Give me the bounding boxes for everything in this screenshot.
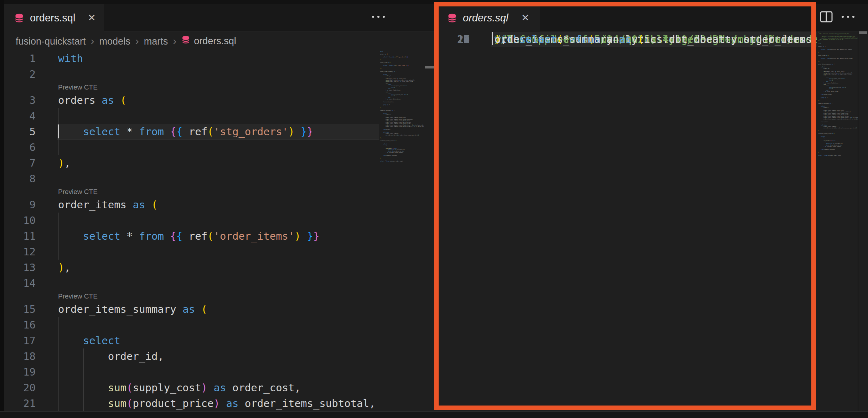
code-line[interactable]: ), bbox=[58, 155, 71, 171]
line-number: 19 bbox=[7, 364, 36, 380]
codelens-preview-cte[interactable]: Preview CTE bbox=[58, 82, 98, 92]
line-number: 8 bbox=[7, 171, 36, 187]
breadcrumb-folders: fusion-quickstart›models›marts› bbox=[16, 35, 181, 47]
line-number: 11 bbox=[7, 228, 36, 244]
line-number: 15 bbox=[7, 301, 36, 317]
chevron-right-icon: › bbox=[173, 35, 176, 47]
code-line[interactable]: order_items_summary as ( bbox=[58, 301, 207, 317]
text-cursor bbox=[58, 124, 59, 138]
code-line[interactable]: select * from {{ ref('order_items') }} bbox=[58, 228, 319, 244]
code-line[interactable]: orders as ( bbox=[58, 92, 126, 108]
right-overview-cursor-marker bbox=[859, 31, 867, 34]
chevron-right-icon: › bbox=[91, 35, 94, 47]
code-line[interactable]: order_items as ( bbox=[58, 197, 157, 213]
line-number: 17 bbox=[7, 333, 36, 348]
breadcrumb-item[interactable]: marts bbox=[144, 36, 168, 47]
code-line[interactable]: sum(product_price) as order_items_subtot… bbox=[58, 396, 376, 411]
tab-label: orders.sql bbox=[30, 4, 75, 32]
code-line[interactable]: select * from {{ ref('stg_orders') }} bbox=[58, 124, 313, 139]
breadcrumb-item-file[interactable]: orders.sql bbox=[194, 36, 236, 47]
code-line[interactable]: sum(supply_cost) as order_cost, bbox=[58, 380, 301, 396]
breadcrumb: fusion-quickstart›models›marts› orders.s… bbox=[4, 31, 435, 51]
line-number: 10 bbox=[7, 213, 36, 228]
line-number: 9 bbox=[7, 197, 36, 213]
line-number: 3 bbox=[7, 92, 36, 108]
line-number: 12 bbox=[7, 244, 36, 260]
right-minimap[interactable]: /* This file was automatically generated… bbox=[818, 32, 858, 159]
close-icon[interactable]: ✕ bbox=[88, 4, 96, 32]
line-number: 7 bbox=[7, 155, 36, 171]
code-line[interactable]: select bbox=[58, 333, 120, 348]
left-editor[interactable]: 1with2Preview CTE3orders as (45 select *… bbox=[4, 51, 379, 411]
line-number: 16 bbox=[7, 317, 36, 333]
line-number: 20 bbox=[7, 380, 36, 396]
line-number: 4 bbox=[7, 108, 36, 124]
code-line[interactable]: with bbox=[58, 51, 83, 66]
line-number: 2 bbox=[7, 66, 36, 82]
highlight-frame bbox=[434, 2, 816, 410]
codelens-preview-cte[interactable]: Preview CTE bbox=[58, 187, 98, 197]
more-actions-icon-right[interactable] bbox=[842, 16, 854, 18]
left-overview-cursor-marker bbox=[425, 66, 435, 68]
database-icon bbox=[14, 13, 24, 25]
line-number: 6 bbox=[7, 139, 36, 155]
database-icon bbox=[181, 35, 190, 47]
line-number: 18 bbox=[7, 348, 36, 364]
breadcrumb-item[interactable]: fusion-quickstart bbox=[16, 36, 86, 47]
line-number: 1 bbox=[7, 51, 36, 66]
left-minimap[interactable]: withorders as ( select * from {{ ref('st… bbox=[380, 51, 424, 165]
breadcrumb-item[interactable]: models bbox=[99, 36, 130, 47]
window-left-edge bbox=[0, 0, 4, 418]
split-editor-icon[interactable] bbox=[820, 11, 833, 24]
chevron-right-icon: › bbox=[135, 35, 139, 47]
right-scrollbar-divider bbox=[858, 32, 858, 411]
code-line[interactable]: ), bbox=[58, 260, 71, 275]
more-actions-icon-left[interactable] bbox=[372, 16, 385, 18]
code-line[interactable]: order_id, bbox=[58, 348, 164, 364]
line-number: 13 bbox=[7, 260, 36, 275]
tab-orders-sql-left[interactable]: orders.sql ✕ bbox=[4, 4, 104, 32]
line-number: 5 bbox=[7, 124, 36, 139]
codelens-preview-cte[interactable]: Preview CTE bbox=[58, 291, 98, 301]
window-bottom-strip bbox=[0, 411, 868, 418]
line-number: 14 bbox=[7, 275, 36, 291]
vscode-window: orders.sql ✕ fusion-quickstart›models›ma… bbox=[0, 0, 868, 418]
line-number: 21 bbox=[7, 396, 36, 411]
